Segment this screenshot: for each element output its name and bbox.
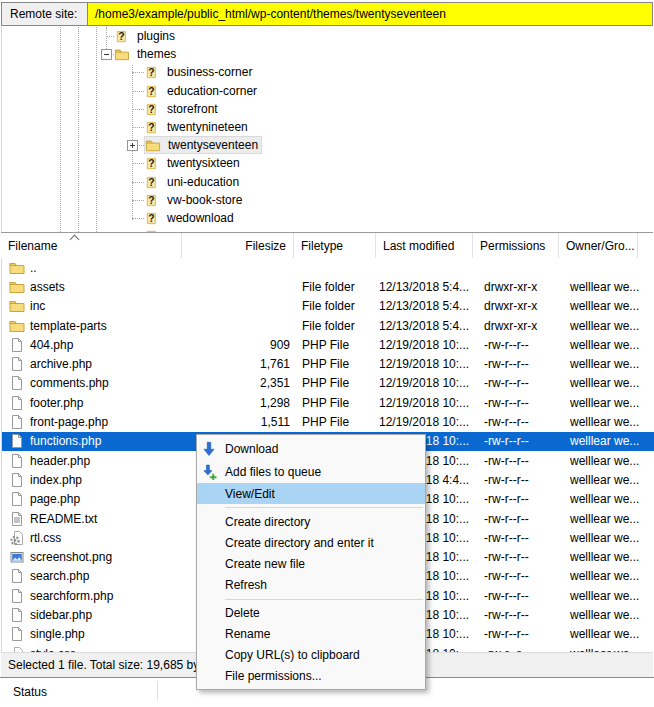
last-modified-cell: 12/13/2018 5:4... <box>377 319 474 333</box>
owner-group-cell: welllear we... <box>560 319 639 333</box>
tree-item-label: themes <box>134 46 179 62</box>
column-header-owner-gro[interactable]: Owner/Gro... <box>559 233 638 259</box>
tree-item-uni-education[interactable]: ?uni-education <box>144 173 242 191</box>
column-header-label: Filetype <box>301 239 343 253</box>
menu-item-create-directory[interactable]: Create directory <box>197 511 425 532</box>
tree-collapse-box[interactable] <box>101 49 112 60</box>
tree-item-content: ?plugins <box>114 28 178 44</box>
filetype-cell: File folder <box>295 280 377 294</box>
folder-icon <box>9 260 25 276</box>
tree-item-content: ?twentysixteen <box>144 155 243 171</box>
filename-text: single.php <box>30 627 85 641</box>
tree-item-vw-book-store[interactable]: ?vw-book-store <box>144 191 245 209</box>
owner-group-cell: welllear we... <box>560 299 639 313</box>
menu-item-download[interactable]: Download <box>197 437 425 460</box>
menu-item-label: Create directory and enter it <box>225 536 374 550</box>
tree-item-label: uni-education <box>164 174 242 190</box>
svg-text:?: ? <box>118 31 124 42</box>
remote-directory-tree[interactable]: ?pluginsthemes?business-corner?education… <box>1 27 654 232</box>
file-icon <box>9 472 25 488</box>
filesize-cell: 1,511 <box>183 415 295 429</box>
text-file-icon <box>9 511 25 527</box>
file-row-footer-php[interactable]: footer.php1,298PHP File12/19/2018 10:...… <box>2 393 654 412</box>
filesize-cell: 1,761 <box>183 357 295 371</box>
menu-item-create-directory-and-enter-it[interactable]: Create directory and enter it <box>197 532 425 553</box>
permissions-cell: -rw-r--r-- <box>474 531 560 545</box>
unknown-folder-icon: ? <box>114 29 130 44</box>
unknown-folder-icon: ? <box>144 175 160 190</box>
tree-item-plugins[interactable]: ?plugins <box>114 27 178 45</box>
add-to-queue-icon <box>201 464 217 480</box>
menu-item-add-files-to-queue[interactable]: Add files to queue <box>197 460 425 483</box>
tree-guide-line <box>96 27 97 232</box>
column-header-permissions[interactable]: Permissions <box>473 233 559 259</box>
file-row-archive-php[interactable]: archive.php1,761PHP File12/19/2018 10:..… <box>2 355 654 374</box>
file-row-[interactable]: .. <box>2 258 654 277</box>
last-modified-cell: 12/19/2018 10:... <box>377 357 474 371</box>
file-row-assets[interactable]: assetsFile folder12/13/2018 5:4...drwxr-… <box>2 277 654 296</box>
column-header-filename[interactable]: Filename <box>1 233 182 259</box>
file-icon <box>9 337 25 353</box>
menu-item-copy-url-s-to-clipboard[interactable]: Copy URL(s) to clipboard <box>197 645 425 666</box>
column-header-last-modified[interactable]: Last modified <box>376 233 473 259</box>
queue-header-divider[interactable] <box>157 681 158 701</box>
owner-group-cell: welllear we... <box>560 550 639 564</box>
column-header-label: Owner/Gro... <box>566 239 635 253</box>
file-row-template-parts[interactable]: template-partsFile folder12/13/2018 5:4.… <box>2 316 654 335</box>
file-row-inc[interactable]: incFile folder12/13/2018 5:4...drwxr-xr-… <box>2 297 654 316</box>
column-header-label: Permissions <box>480 239 545 253</box>
filename-text: README.txt <box>30 512 97 526</box>
filename-text: 404.php <box>30 338 73 352</box>
menu-item-create-new-file[interactable]: Create new file <box>197 553 425 574</box>
permissions-cell: -rw-r--r-- <box>474 627 560 641</box>
filename-cell: search.php <box>2 568 183 584</box>
tree-item-education-corner[interactable]: ?education-corner <box>144 82 260 100</box>
owner-group-cell: welllear we... <box>560 589 639 603</box>
svg-text:?: ? <box>148 67 154 78</box>
filename-text: rtl.css <box>30 531 61 545</box>
owner-group-cell: welllear we... <box>560 473 639 487</box>
filename-text: search.php <box>30 569 89 583</box>
filename-text: page.php <box>30 492 80 506</box>
tree-item-content: ?storefront <box>144 101 221 117</box>
file-row-front-page-php[interactable]: front-page.php1,511PHP File12/19/2018 10… <box>2 412 654 431</box>
owner-group-cell: welllear we... <box>560 608 639 622</box>
queue-status-column-header[interactable]: Status <box>13 685 47 699</box>
tree-item-twentynineteen[interactable]: ?twentynineteen <box>144 118 251 136</box>
permissions-cell: drwxr-xr-x <box>474 280 560 294</box>
file-row-404-php[interactable]: 404.php909PHP File12/19/2018 10:...-rw-r… <box>2 335 654 354</box>
filename-text: comments.php <box>30 376 109 390</box>
tree-item-twentyseventeen[interactable]: twentyseventeen <box>144 136 262 154</box>
tree-item-twentysixteen[interactable]: ?twentysixteen <box>144 154 243 172</box>
menu-icon-gutter <box>197 441 225 457</box>
tree-item-business-corner[interactable]: ?business-corner <box>144 63 255 81</box>
menu-item-file-permissions[interactable]: File permissions... <box>197 666 425 687</box>
tree-branch-connector <box>106 36 114 37</box>
tree-branch-connector <box>132 91 144 92</box>
filename-cell: single.php <box>2 626 183 642</box>
selection-status-text: Selected 1 file. Total size: 19,685 byte… <box>8 658 215 672</box>
file-list-header: FilenameFilesizeFiletypeLast modifiedPer… <box>1 232 653 260</box>
tree-item-storefront[interactable]: ?storefront <box>144 100 221 118</box>
tree-item-wedownload[interactable]: ?wedownload <box>144 209 237 227</box>
tree-item-content: ?education-corner <box>144 83 260 99</box>
remote-site-path-field[interactable]: /home3/example/public_html/wp-content/th… <box>88 3 652 25</box>
folder-icon <box>9 279 25 295</box>
column-header-filetype[interactable]: Filetype <box>294 233 376 259</box>
filename-text: header.php <box>30 454 90 468</box>
tree-item-label: business-corner <box>164 64 255 80</box>
tree-item-themes[interactable]: themes <box>114 45 179 63</box>
menu-item-label: Refresh <box>225 578 267 592</box>
menu-item-label: File permissions... <box>225 669 322 683</box>
menu-item-delete[interactable]: Delete <box>197 603 425 624</box>
last-modified-cell: 12/13/2018 5:4... <box>377 299 474 313</box>
tree-expand-box[interactable] <box>127 140 138 151</box>
folder-icon <box>145 138 161 153</box>
menu-item-rename[interactable]: Rename <box>197 624 425 645</box>
file-row-comments-php[interactable]: comments.php2,351PHP File12/19/2018 10:.… <box>2 374 654 393</box>
column-header-filesize[interactable]: Filesize <box>182 233 294 259</box>
menu-item-refresh[interactable]: Refresh <box>197 575 425 596</box>
filename-text: template-parts <box>30 319 107 333</box>
tree-guide-line <box>78 27 79 232</box>
menu-item-view-edit[interactable]: View/Edit <box>197 483 425 504</box>
